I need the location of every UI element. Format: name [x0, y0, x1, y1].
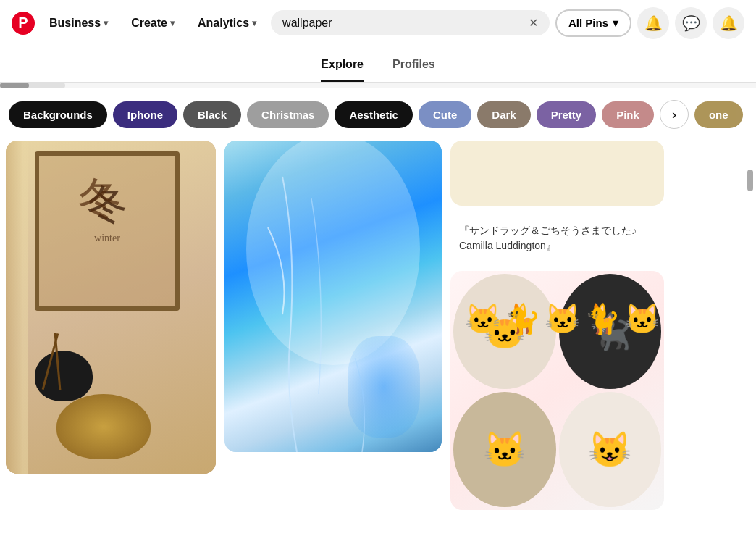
notifications-button[interactable]: 🔔: [637, 7, 669, 39]
pill-dark[interactable]: Dark: [477, 101, 530, 128]
bell-icon: 🔔: [644, 14, 663, 32]
create-chevron-icon: ▾: [170, 18, 175, 28]
messages-button[interactable]: 💬: [675, 7, 707, 39]
cat-face-4: 😺: [559, 392, 662, 507]
beige-card: [450, 141, 664, 206]
all-pins-chevron-icon: ▾: [613, 17, 618, 30]
cat-face-3: 🐱: [453, 392, 556, 507]
filter-row: Backgrounds Iphone Black Christmas Aesth…: [0, 88, 756, 141]
pill-aesthetic[interactable]: Aesthetic: [335, 101, 413, 128]
analytics-chevron-icon: ▾: [252, 18, 256, 28]
column-1: 冬 winter: [6, 141, 216, 540]
svg-point-1: [246, 141, 420, 365]
chat-icon: 💬: [682, 14, 700, 32]
japanese-art-image[interactable]: 冬 winter: [6, 141, 216, 474]
alerts-button[interactable]: 🔔: [713, 7, 744, 39]
pinterest-logo[interactable]: P: [12, 12, 35, 35]
header: P Business ▾ Create ▾ Analytics ▾ ✕ All …: [0, 0, 756, 46]
search-input[interactable]: [282, 17, 523, 30]
content-grid: 冬 winter: [0, 141, 756, 540]
alert-icon: 🔔: [720, 14, 738, 32]
business-chevron-icon: ▾: [104, 18, 108, 28]
nav-create[interactable]: Create ▾: [122, 11, 183, 35]
cat-face-1: 🐱: [453, 274, 556, 389]
pill-more[interactable]: one: [694, 101, 743, 128]
search-clear-button[interactable]: ✕: [529, 16, 538, 30]
text-card: 『サンドラッグ＆ごちそうさまでした♪ Camilla Luddington』: [450, 214, 664, 262]
nav-analytics[interactable]: Analytics ▾: [189, 11, 265, 35]
pill-backgrounds[interactable]: Backgrounds: [9, 101, 107, 128]
filters-next-button[interactable]: ›: [660, 100, 689, 129]
cat-face-2: 🐈‍⬛: [559, 274, 662, 389]
search-bar: ✕: [271, 10, 550, 35]
pill-christmas[interactable]: Christmas: [247, 101, 329, 128]
tab-explore[interactable]: Explore: [321, 58, 364, 82]
pill-cute[interactable]: Cute: [419, 101, 471, 128]
column-3: 『サンドラッグ＆ごちそうさまでした♪ Camilla Luddington』 🐱…: [450, 141, 664, 540]
pill-pretty[interactable]: Pretty: [537, 101, 597, 128]
horizontal-scrollbar[interactable]: [0, 83, 65, 88]
blue-marble-image[interactable]: [224, 141, 442, 452]
vertical-scrollbar[interactable]: [747, 141, 753, 540]
header-icons: 🔔 💬 🔔: [637, 7, 744, 39]
tabs: Explore Profiles: [0, 46, 756, 83]
logo-char: P: [18, 14, 28, 31]
tab-profiles[interactable]: Profiles: [392, 58, 435, 82]
column-2: [224, 141, 442, 540]
pill-iphone[interactable]: Iphone: [113, 101, 177, 128]
nav-business[interactable]: Business ▾: [41, 11, 117, 35]
cats-image[interactable]: 🐱 🐈‍⬛ 🐱 😺: [450, 271, 664, 510]
pill-pink[interactable]: Pink: [602, 101, 654, 128]
pill-black[interactable]: Black: [183, 101, 241, 128]
all-pins-button[interactable]: All Pins ▾: [555, 9, 631, 37]
